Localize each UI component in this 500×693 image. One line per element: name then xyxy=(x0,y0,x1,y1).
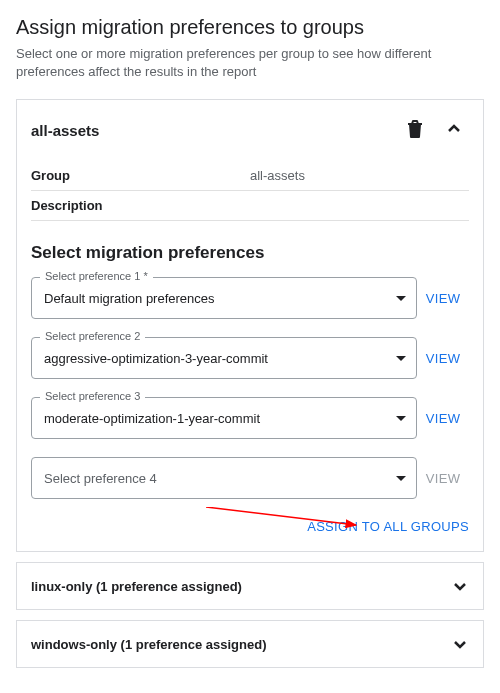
preference-row: Select preference 3 moderate-optimizatio… xyxy=(31,397,469,439)
group-panel-linux-only[interactable]: linux-only (1 preference assigned) xyxy=(16,562,484,610)
chevron-up-icon xyxy=(445,120,463,141)
delete-button[interactable] xyxy=(401,114,429,147)
svg-rect-0 xyxy=(410,124,420,137)
select-label: Select preference 2 xyxy=(40,330,145,342)
group-panel-all-assets: all-assets Group all-assets Description … xyxy=(16,99,484,552)
group-panel-windows-only[interactable]: windows-only (1 preference assigned) xyxy=(16,620,484,668)
chevron-down-icon xyxy=(451,635,469,653)
preference-row: Select preference 4 VIEW xyxy=(31,457,469,499)
panel-title: all-assets xyxy=(31,122,99,139)
chevron-down-icon xyxy=(451,577,469,595)
caret-down-icon xyxy=(396,476,406,481)
select-placeholder: Select preference 4 xyxy=(44,471,157,486)
view-button[interactable]: VIEW xyxy=(417,411,469,426)
trash-icon xyxy=(407,120,423,141)
view-button[interactable]: VIEW xyxy=(417,351,469,366)
detail-value: all-assets xyxy=(250,168,305,183)
caret-down-icon xyxy=(396,416,406,421)
assign-to-all-groups-button[interactable]: ASSIGN TO ALL GROUPS xyxy=(307,519,469,534)
collapse-button[interactable] xyxy=(439,114,469,147)
preference-select-3[interactable]: Select preference 3 moderate-optimizatio… xyxy=(31,397,417,439)
page-title: Assign migration preferences to groups xyxy=(16,16,484,39)
panel-title: linux-only (1 preference assigned) xyxy=(31,579,242,594)
view-button-disabled: VIEW xyxy=(417,471,469,486)
select-value: aggressive-optimization-3-year-commit xyxy=(44,351,268,366)
panel-body: Group all-assets Description Select migr… xyxy=(17,161,483,551)
caret-down-icon xyxy=(396,356,406,361)
detail-label: Group xyxy=(31,168,250,183)
view-button[interactable]: VIEW xyxy=(417,291,469,306)
caret-down-icon xyxy=(396,296,406,301)
detail-label: Description xyxy=(31,198,250,213)
preference-row: Select preference 2 aggressive-optimizat… xyxy=(31,337,469,379)
select-label: Select preference 1 * xyxy=(40,270,153,282)
select-label: Select preference 3 xyxy=(40,390,145,402)
page-subtitle: Select one or more migration preferences… xyxy=(16,45,484,81)
detail-row-description: Description xyxy=(31,191,469,221)
preference-select-4[interactable]: Select preference 4 xyxy=(31,457,417,499)
detail-row-group: Group all-assets xyxy=(31,161,469,191)
preference-row: Select preference 1 * Default migration … xyxy=(31,277,469,319)
select-value: moderate-optimization-1-year-commit xyxy=(44,411,260,426)
preference-select-1[interactable]: Select preference 1 * Default migration … xyxy=(31,277,417,319)
section-title: Select migration preferences xyxy=(31,243,469,263)
panel-header[interactable]: all-assets xyxy=(17,100,483,161)
select-value: Default migration preferences xyxy=(44,291,215,306)
panel-title: windows-only (1 preference assigned) xyxy=(31,637,267,652)
preference-select-2[interactable]: Select preference 2 aggressive-optimizat… xyxy=(31,337,417,379)
